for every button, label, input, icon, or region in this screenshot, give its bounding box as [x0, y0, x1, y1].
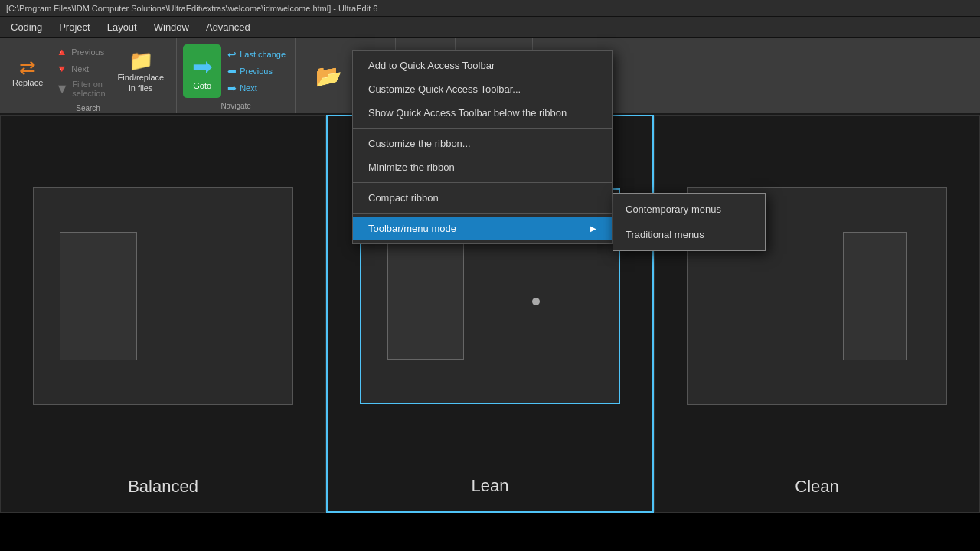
find-replace-files-icon: 📁	[130, 51, 152, 72]
submenu-arrow-icon: ▶	[590, 224, 596, 233]
previous-label: Previous	[71, 47, 104, 57]
find-replace-files-label: Find/replacein files	[118, 72, 165, 94]
nav-previous-icon: ⬅	[227, 65, 237, 77]
navigate-group-label: Navigate	[220, 100, 250, 110]
nav-next-label: Next	[240, 83, 257, 93]
goto-button[interactable]: ➡ Goto	[183, 44, 221, 98]
title-text: [C:\Program Files\IDM Computer Solutions…	[6, 4, 377, 13]
last-change-button[interactable]: ↩ Last change	[224, 47, 289, 62]
ctx-customize-quick-access[interactable]: Customize Quick Access Toolbar...	[353, 77, 612, 101]
ctx-sep-2	[353, 182, 612, 183]
ctx-sep-1	[353, 128, 612, 129]
nav-stack: ↩ Last change ⬅ Previous ➡ Next	[224, 47, 289, 96]
ctx-customize-ribbon[interactable]: Customize the ribbon...	[353, 132, 612, 155]
menu-project[interactable]: Project	[51, 19, 97, 35]
context-menu: Add to Quick Access Toolbar Customize Qu…	[352, 50, 612, 244]
submenu: Contemporary menus Traditional menus	[612, 193, 766, 251]
nav-next-icon: ➡	[227, 82, 237, 94]
goto-icon: ➡	[192, 52, 213, 81]
menu-window[interactable]: Window	[146, 19, 197, 35]
search-stack: 🔺 Previous 🔻 Next ▼ Filter onselection	[52, 44, 108, 99]
ctx-compact-ribbon[interactable]: Compact ribbon	[353, 186, 612, 210]
nav-previous-label: Previous	[240, 67, 273, 76]
previous-button[interactable]: 🔺 Previous	[52, 44, 108, 60]
replace-label: Replace	[12, 78, 43, 87]
search-group-label: Search	[76, 103, 100, 112]
ctx-add-quick-access[interactable]: Add to Quick Access Toolbar	[353, 54, 612, 77]
next-button[interactable]: 🔻 Next	[52, 61, 108, 77]
balanced-preview	[33, 187, 292, 404]
find-replace-files-button[interactable]: 📁 Find/replacein files	[112, 41, 171, 103]
ribbon-navigate-group: ➡ Goto ↩ Last change ⬅ Previous ➡ Next N	[177, 38, 296, 113]
ctx-show-quick-access-below[interactable]: Show Quick Access Toolbar below the ribb…	[353, 101, 612, 125]
nav-next-button[interactable]: ➡ Next	[224, 80, 289, 96]
goto-label: Goto	[193, 81, 211, 90]
clean-label: Clean	[795, 477, 838, 497]
menu-bar: Coding Project Layout Window Advanced	[0, 17, 980, 38]
replace-button[interactable]: ⇄ Replace	[6, 41, 49, 103]
filter-icon: ▼	[55, 81, 69, 97]
folder-icon: 📂	[318, 65, 339, 86]
last-change-icon: ↩	[227, 48, 237, 60]
bottom-text-area: Right-click on the ribbon or menu to swi…	[0, 513, 980, 551]
menu-advanced[interactable]: Advanced	[198, 19, 258, 35]
layout-balanced[interactable]: Balanced	[0, 115, 326, 513]
ribbon-search-group: ⇄ Replace 🔺 Previous 🔻 Next ▼ Filter ons…	[0, 38, 177, 113]
instruction-text: Right-click on the ribbon or menu to swi…	[181, 545, 799, 551]
submenu-contemporary[interactable]: Contemporary menus	[613, 197, 765, 222]
nav-previous-button[interactable]: ⬅ Previous	[224, 64, 289, 79]
ctx-minimize-ribbon[interactable]: Minimize the ribbon	[353, 155, 612, 179]
last-change-label: Last change	[240, 50, 286, 59]
ctx-sep-3	[353, 213, 612, 214]
balanced-label: Balanced	[128, 477, 198, 497]
filter-label: Filter onselection	[72, 80, 105, 98]
submenu-traditional[interactable]: Traditional menus	[613, 222, 765, 247]
menu-layout[interactable]: Layout	[100, 19, 145, 35]
previous-icon: 🔺	[55, 46, 68, 58]
layout-clean[interactable]: Clean	[654, 115, 980, 513]
replace-icon: ⇄	[17, 57, 38, 78]
next-label: Next	[71, 64, 89, 73]
next-icon: 🔻	[55, 63, 68, 75]
menu-coding[interactable]: Coding	[3, 19, 50, 35]
lean-label: Lean	[472, 476, 509, 496]
ctx-toolbar-menu-mode[interactable]: Toolbar/menu mode ▶	[353, 217, 612, 240]
folder-button[interactable]: 📂	[309, 45, 348, 106]
filter-selection-button[interactable]: ▼ Filter onselection	[52, 78, 108, 99]
title-bar: [C:\Program Files\IDM Computer Solutions…	[0, 0, 980, 17]
